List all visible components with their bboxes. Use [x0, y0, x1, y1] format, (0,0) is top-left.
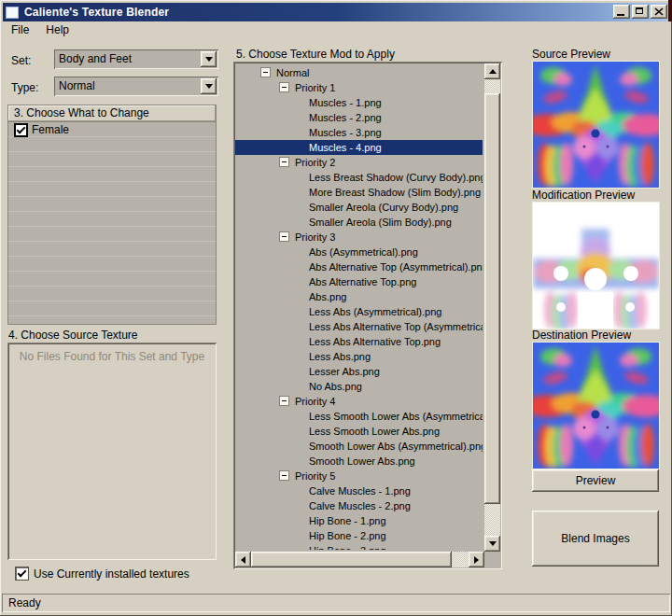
tree-item[interactable]: Abs Alternative Top (Asymmetrical).png: [235, 259, 483, 274]
tree-item[interactable]: Less Breast Shadow (Curvy Body).png: [235, 170, 483, 185]
tree-item[interactable]: Less Abs Alternative Top.png: [235, 334, 483, 349]
tree-item[interactable]: Smaller Areola (Curvy Body).png: [235, 200, 483, 215]
modification-preview-image: [532, 202, 660, 329]
tree-item[interactable]: Hip Bone - 1.png: [235, 513, 483, 528]
source-texture-list[interactable]: No Files Found for This Set and Type: [7, 343, 217, 560]
type-dropdown-button[interactable]: [201, 78, 217, 94]
use-installed-checkbox[interactable]: [15, 567, 29, 581]
tree-item-label: Hip Bone - 2.png: [309, 530, 386, 541]
tree-item-label: Muscles - 2.png: [309, 112, 382, 123]
scroll-left-button[interactable]: [235, 552, 251, 567]
scroll-right-button[interactable]: [469, 552, 484, 567]
tree-item[interactable]: Less Abs.png: [235, 349, 483, 364]
minimize-button[interactable]: [613, 5, 630, 19]
preview-button[interactable]: Preview: [532, 469, 659, 492]
tree-item-label: No Abs.png: [309, 381, 362, 392]
tree-item[interactable]: Priority 5: [235, 469, 483, 483]
close-button[interactable]: [651, 5, 667, 19]
tree-item-label: Priority 2: [295, 157, 335, 168]
tree-vertical-scrollbar[interactable]: [484, 63, 500, 552]
set-dropdown[interactable]: Body and Feet: [54, 49, 218, 69]
tree-item[interactable]: Hip Bone - 3.png: [235, 543, 483, 550]
scroll-down-button[interactable]: [484, 536, 500, 552]
tree-item[interactable]: Priority 1: [235, 80, 483, 95]
tree-item-label: Less Abs Alternative Top (Asymmetrical).…: [309, 321, 483, 332]
change-list-empty-row: [8, 137, 216, 152]
tree-item[interactable]: Less Smooth Lower Abs (Asymmetrical).png: [235, 409, 483, 424]
texture-mod-tree[interactable]: NormalPriority 1Muscles - 1.pngMuscles -…: [233, 62, 502, 569]
app-window: Caliente's Texture Blender File Help Set…: [0, 0, 672, 616]
change-list-item[interactable]: Female: [8, 122, 216, 137]
app-icon[interactable]: [6, 7, 19, 19]
destination-preview-label: Destination Preview: [532, 329, 631, 342]
vscroll-thumb[interactable]: [484, 93, 500, 504]
collapse-icon[interactable]: [279, 157, 289, 167]
tree-item[interactable]: Muscles - 2.png: [235, 110, 483, 125]
tree-item[interactable]: Priority 4: [235, 394, 483, 409]
tree-item[interactable]: Calve Muscles - 2.png: [235, 498, 483, 513]
tree-item[interactable]: Smaller Areola (Slim Body).png: [235, 215, 483, 230]
tree-item-label: Hip Bone - 3.png: [309, 545, 386, 550]
tree-item-label: Lesser Abs.png: [309, 366, 380, 377]
title-bar[interactable]: Caliente's Texture Blender: [3, 3, 669, 21]
menu-help[interactable]: Help: [37, 21, 77, 38]
arrow-left-icon: [241, 556, 245, 564]
tree-item-label: Priority 4: [295, 396, 335, 407]
tree-item[interactable]: Smooth Lower Abs (Asymmetrical).png: [235, 439, 483, 454]
type-dropdown[interactable]: Normal: [54, 77, 218, 96]
item-checkbox[interactable]: [14, 123, 28, 137]
tree-item[interactable]: Less Smooth Lower Abs.png: [235, 424, 483, 439]
type-dropdown-value: Normal: [59, 79, 95, 92]
tree-item[interactable]: Lesser Abs.png: [235, 364, 483, 379]
tree-item[interactable]: No Abs.png: [235, 379, 483, 394]
tree-item-label: Less Abs.png: [309, 351, 371, 362]
change-list-item-label: Female: [32, 123, 69, 136]
collapse-icon[interactable]: [260, 67, 271, 77]
hscroll-thumb[interactable]: [251, 552, 452, 567]
menu-bar: File Help: [3, 21, 669, 38]
tree-item[interactable]: Abs Alternative Top.png: [235, 274, 483, 289]
tree-item-label: Priority 1: [295, 82, 335, 93]
tree-item[interactable]: Muscles - 3.png: [235, 125, 483, 140]
tree-item-label: Less Abs (Asymmetrical).png: [309, 306, 441, 317]
scroll-up-button[interactable]: [484, 63, 500, 79]
tree-item[interactable]: Priority 3: [235, 230, 483, 245]
maximize-icon: [636, 7, 643, 14]
arrow-down-icon: [489, 541, 497, 546]
tree-item[interactable]: Smooth Lower Abs.png: [235, 454, 483, 469]
texture-tree-rows: NormalPriority 1Muscles - 1.pngMuscles -…: [235, 65, 483, 550]
collapse-icon[interactable]: [279, 231, 289, 242]
collapse-icon[interactable]: [279, 470, 289, 481]
tree-item[interactable]: Abs (Asymmetrical).png: [235, 245, 483, 259]
change-list-empty-row: [8, 272, 216, 287]
window-controls: [613, 5, 667, 19]
collapse-icon[interactable]: [279, 82, 289, 92]
status-bar: Ready: [2, 594, 670, 612]
change-list-empty-row: [8, 301, 216, 316]
tree-item[interactable]: More Breast Shadow (Slim Body).png: [235, 185, 483, 200]
tree-item[interactable]: Calve Muscles - 1.png: [235, 483, 483, 498]
window-title: Caliente's Texture Blender: [24, 6, 169, 19]
tree-horizontal-scrollbar[interactable]: [235, 552, 484, 567]
tree-item-label: Normal: [276, 67, 309, 78]
change-list-empty-row: [8, 227, 216, 242]
tree-item[interactable]: Priority 2: [235, 155, 483, 170]
tree-item[interactable]: Abs.png: [235, 289, 483, 304]
collapse-icon[interactable]: [279, 396, 289, 406]
change-list-empty-row: [8, 167, 216, 182]
tree-item[interactable]: Less Abs (Asymmetrical).png: [235, 304, 483, 319]
close-icon: [654, 7, 664, 16]
maximize-button[interactable]: [632, 5, 649, 19]
blend-images-button[interactable]: Blend Images: [532, 511, 659, 567]
change-list-empty-row: [8, 242, 216, 257]
change-list-empty-row: [8, 182, 216, 197]
tree-item[interactable]: Muscles - 1.png: [235, 95, 483, 110]
menu-file[interactable]: File: [3, 21, 37, 38]
change-list[interactable]: 3. Choose What to Change Female: [7, 105, 217, 325]
tree-item[interactable]: Less Abs Alternative Top (Asymmetrical).…: [235, 319, 483, 334]
tree-item[interactable]: Muscles - 4.png: [235, 140, 483, 155]
tree-item[interactable]: Hip Bone - 2.png: [235, 528, 483, 543]
set-label: Set:: [11, 54, 31, 67]
tree-item[interactable]: Normal: [235, 65, 483, 80]
set-dropdown-button[interactable]: [201, 51, 217, 67]
